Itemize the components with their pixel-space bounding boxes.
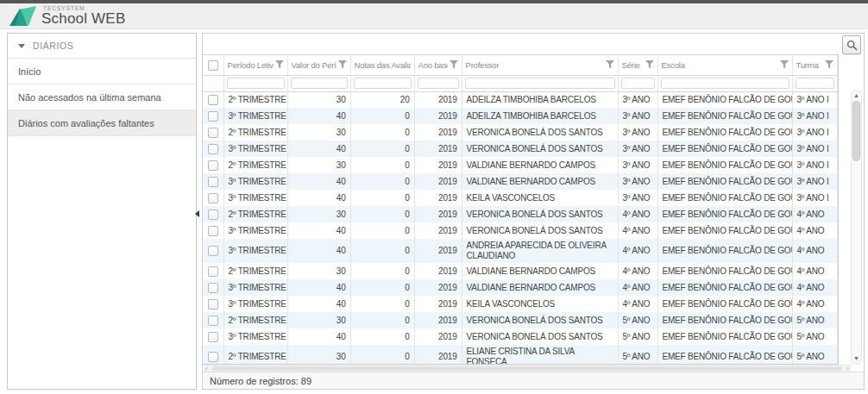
sidebar-item-di-rios-com-avalia-es-faltantes[interactable]: Diários com avaliações faltantes — [8, 110, 196, 136]
row-checkbox[interactable] — [208, 177, 218, 187]
col-header-periodo_letivo[interactable]: Período Letivo — [223, 55, 287, 75]
filter-icon[interactable] — [275, 60, 284, 69]
cell-ano_base: 2019 — [414, 222, 462, 239]
col-label-professor: Professor — [466, 60, 500, 70]
splitter-collapse-handle[interactable] — [193, 207, 201, 221]
table-row[interactable]: 3º TRIMESTRE4002019ANDREIA APARECIDA DE … — [203, 239, 837, 263]
table-row[interactable]: 3º TRIMESTRE4002019ADEILZA TIMBOHIBA BAR… — [203, 108, 837, 124]
filter-icon[interactable] — [825, 60, 833, 69]
row-checkbox[interactable] — [208, 283, 218, 293]
cell-periodo_letivo: 2º TRIMESTRE — [223, 157, 287, 173]
cell-turma: 5º ANO — [792, 328, 837, 345]
horizontal-scrollbar-thumb[interactable] — [212, 366, 842, 371]
cell-serie: 5º ANO — [618, 345, 657, 365]
cell-notas_avaliacoes: 0 — [350, 206, 414, 222]
table-row[interactable]: 3º TRIMESTRE4002019KEILA VASCONCELOS3º A… — [203, 190, 837, 206]
cell-turma: 5º ANO — [792, 312, 837, 328]
cell-periodo_letivo: 3º TRIMESTRE — [223, 141, 287, 157]
horizontal-scrollbar[interactable]: ‹ › — [204, 365, 851, 372]
vertical-scrollbar-thumb[interactable] — [852, 101, 860, 161]
cell-notas_avaliacoes: 0 — [350, 141, 414, 157]
sidebar-item-in-cio[interactable]: Início — [8, 59, 196, 84]
col-header-notas_avaliacoes[interactable]: Notas das Avaliações — [350, 55, 414, 75]
col-header-professor[interactable]: Professor — [462, 55, 618, 75]
select-all-checkbox[interactable] — [208, 60, 218, 71]
cell-valor_periodo: 40 — [287, 239, 350, 263]
cell-ano_base: 2019 — [414, 328, 462, 345]
table-row[interactable]: 3º TRIMESTRE4002019VALDIANE BERNARDO CAM… — [203, 279, 837, 296]
table-row[interactable]: 3º TRIMESTRE4002019KEILA VASCONCELOS4º A… — [203, 296, 837, 312]
row-checkbox[interactable] — [208, 95, 218, 105]
main-panel: Período LetivoValor do PeríodoNotas das … — [202, 33, 865, 390]
row-checkbox[interactable] — [208, 128, 218, 138]
search-button[interactable] — [842, 35, 861, 54]
table-row[interactable]: 3º TRIMESTRE4002019VERONICA BONELÁ DOS S… — [203, 141, 837, 157]
filter-input-periodo_letivo[interactable] — [227, 78, 285, 89]
col-header-serie[interactable]: Série — [618, 55, 657, 75]
filter-icon[interactable] — [780, 60, 789, 69]
table-row[interactable]: 2º TRIMESTRE30202019ADEILZA TIMBOHIBA BA… — [203, 91, 837, 108]
row-checkbox[interactable] — [208, 352, 218, 362]
scroll-up-icon[interactable]: ▲ — [852, 92, 861, 99]
cell-serie: 3º ANO — [618, 157, 657, 173]
cell-professor: VERONICA BONELÁ DOS SANTOS — [462, 312, 618, 328]
table-row[interactable]: 2º TRIMESTRE3002019VERONICA BONELÁ DOS S… — [203, 312, 837, 328]
cell-escola: EMEF BENÔNIO FALCÃO DE GOUVÊA — [657, 190, 792, 206]
table-row[interactable]: 2º TRIMESTRE3002019VALDIANE BERNARDO CAM… — [203, 263, 837, 279]
row-checkbox[interactable] — [208, 299, 218, 310]
filter-input-notas_avaliacoes[interactable] — [354, 78, 412, 89]
table-row[interactable]: 3º TRIMESTRE4002019VERONICA BONELÁ DOS S… — [203, 222, 837, 239]
row-checkbox[interactable] — [208, 226, 218, 236]
table-row[interactable]: 2º TRIMESTRE3002019VERONICA BONELÁ DOS S… — [203, 124, 837, 141]
filter-icon[interactable] — [450, 60, 458, 69]
cell-ano_base: 2019 — [414, 141, 462, 157]
cell-ano_base: 2019 — [414, 190, 462, 206]
filter-icon[interactable] — [606, 60, 614, 69]
table-row[interactable]: 2º TRIMESTRE3002019VERONICA BONELÁ DOS S… — [203, 206, 837, 222]
row-checkbox[interactable] — [208, 144, 218, 154]
filter-input-turma[interactable] — [796, 78, 834, 89]
filter-input-valor_periodo[interactable] — [291, 78, 348, 89]
col-header-turma[interactable]: Turma — [792, 55, 837, 75]
sidebar-group-diarios[interactable]: DIÁRIOS — [8, 34, 196, 59]
col-header-ano_base[interactable]: Ano base — [414, 55, 462, 75]
row-checkbox[interactable] — [208, 246, 218, 256]
sidebar-item-n-o-acessados-na-ltima-semana[interactable]: Não acessados na última semana — [8, 84, 196, 110]
cell-serie: 4º ANO — [618, 206, 657, 222]
row-checkbox[interactable] — [208, 111, 218, 122]
filter-input-ano_base[interactable] — [418, 78, 459, 89]
scroll-down-icon[interactable]: ▼ — [852, 355, 861, 362]
filter-icon[interactable] — [645, 60, 654, 69]
cell-ano_base: 2019 — [414, 206, 462, 222]
cell-serie: 4º ANO — [618, 279, 657, 296]
cell-serie: 5º ANO — [618, 328, 657, 345]
cell-turma: 3º ANO I — [792, 91, 837, 108]
filter-cell-checkbox — [203, 75, 223, 91]
row-checkbox[interactable] — [208, 316, 218, 326]
cell-periodo_letivo: 2º TRIMESTRE — [223, 206, 287, 222]
row-checkbox[interactable] — [208, 210, 218, 220]
cell-professor: ELIANE CRISTINA DA SILVA FONSECA — [462, 345, 618, 365]
filter-icon[interactable] — [338, 60, 347, 69]
cell-periodo_letivo: 3º TRIMESTRE — [223, 222, 287, 239]
col-header-escola[interactable]: Escola — [657, 55, 792, 75]
filter-input-serie[interactable] — [621, 78, 655, 89]
cell-valor_periodo: 40 — [287, 141, 350, 157]
cell-serie: 3º ANO — [618, 108, 657, 124]
vertical-scrollbar[interactable]: ▲ ▼ — [851, 90, 862, 365]
row-checkbox[interactable] — [208, 332, 218, 342]
row-checkbox[interactable] — [208, 160, 218, 171]
col-header-valor_periodo[interactable]: Valor do Período — [287, 55, 350, 75]
filter-input-professor[interactable] — [465, 78, 615, 89]
filter-input-escola[interactable] — [661, 78, 789, 89]
table-row[interactable]: 2º TRIMESTRE3002019ELIANE CRISTINA DA SI… — [203, 345, 837, 365]
table-row[interactable]: 3º TRIMESTRE4002019VALDIANE BERNARDO CAM… — [203, 173, 837, 190]
cell-escola: EMEF BENÔNIO FALCÃO DE GOUVÊA — [657, 173, 792, 190]
search-icon — [846, 40, 858, 51]
row-checkbox[interactable] — [208, 266, 218, 277]
table-row[interactable]: 3º TRIMESTRE4002019VERONICA BONELÁ DOS S… — [203, 328, 837, 345]
cell-notas_avaliacoes: 0 — [350, 173, 414, 190]
table-row[interactable]: 2º TRIMESTRE3002019VALDIANE BERNARDO CAM… — [203, 157, 837, 173]
row-checkbox[interactable] — [208, 193, 218, 203]
cell-valor_periodo: 40 — [287, 108, 350, 124]
